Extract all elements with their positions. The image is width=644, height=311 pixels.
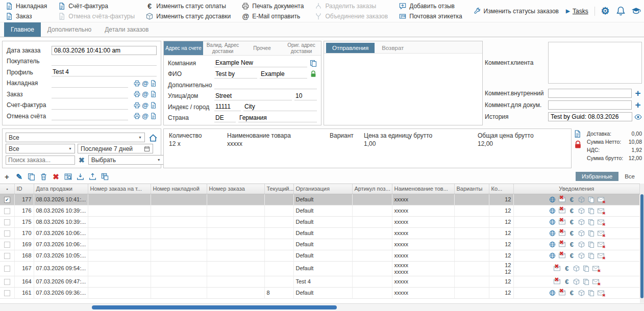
tab-all-orders[interactable]: Все bbox=[618, 172, 641, 181]
table-row[interactable]: 17007.03.2026 10:06:...Defaultxxxxx12✖€✖ bbox=[0, 227, 640, 239]
column-header[interactable]: Номер накладной bbox=[151, 184, 207, 194]
document-icon[interactable] bbox=[574, 130, 581, 138]
tab-shipments[interactable]: Отправления bbox=[326, 43, 375, 53]
printer-icon[interactable] bbox=[134, 102, 140, 109]
toolbar-item[interactable]: @E-Mail отправить bbox=[242, 12, 304, 20]
mail-icon[interactable]: ✖ bbox=[597, 252, 605, 259]
row-checkbox[interactable] bbox=[4, 290, 10, 296]
field-input[interactable] bbox=[52, 112, 128, 120]
vertical-scrollbar-thumb[interactable] bbox=[640, 194, 643, 298]
package-icon[interactable] bbox=[578, 241, 585, 248]
mail-icon[interactable]: ✖ bbox=[592, 278, 600, 285]
edit-order-button[interactable]: ✎ bbox=[15, 173, 23, 180]
package-icon[interactable] bbox=[573, 278, 580, 285]
globe-icon[interactable] bbox=[549, 289, 556, 296]
package-icon[interactable] bbox=[578, 218, 585, 225]
last-name-input[interactable] bbox=[260, 70, 307, 79]
field-input[interactable] bbox=[52, 90, 128, 98]
settings-gear-icon[interactable]: ⚙ bbox=[601, 6, 610, 16]
package-icon[interactable] bbox=[578, 252, 585, 259]
mail-error-icon[interactable]: ✖ bbox=[558, 207, 566, 214]
globe-icon[interactable] bbox=[549, 218, 556, 225]
clear-search-icon[interactable]: ✖ bbox=[79, 156, 85, 164]
toolbar-item[interactable]: €Изменить статус оплаты bbox=[146, 2, 231, 10]
toolbar-item[interactable]: Печать документа bbox=[242, 2, 304, 10]
row-checkbox[interactable] bbox=[4, 242, 10, 248]
column-header[interactable]: Организация bbox=[293, 184, 352, 194]
package-icon[interactable] bbox=[578, 207, 585, 214]
copy-icon[interactable] bbox=[587, 229, 595, 237]
package-icon[interactable] bbox=[578, 196, 585, 203]
row-checkbox[interactable] bbox=[4, 230, 10, 237]
euro-icon[interactable]: € bbox=[568, 218, 576, 225]
scope-select[interactable]: Все▼ bbox=[6, 133, 145, 142]
status-select[interactable]: Все▼ bbox=[6, 144, 75, 153]
mail-error-icon[interactable]: ✖ bbox=[553, 278, 561, 285]
column-header[interactable]: Текущий... bbox=[264, 184, 293, 194]
package-icon[interactable] bbox=[573, 265, 580, 272]
copy-company-icon[interactable] bbox=[310, 60, 317, 67]
globe-icon[interactable] bbox=[549, 229, 556, 237]
euro-icon[interactable]: € bbox=[568, 229, 576, 237]
row-checkbox[interactable] bbox=[4, 266, 10, 272]
order-search-input[interactable] bbox=[6, 156, 75, 165]
tab-returns[interactable]: Возврат bbox=[376, 43, 410, 53]
table-row[interactable]: ✔17708.03.2026 10:41:...Defaultxxxxx12✖€… bbox=[0, 194, 640, 205]
first-name-input[interactable] bbox=[214, 70, 257, 79]
package-icon[interactable] bbox=[578, 289, 585, 296]
field-input[interactable] bbox=[52, 79, 128, 88]
select-all-icon[interactable]: ▪ bbox=[6, 187, 8, 192]
zip-input[interactable] bbox=[214, 102, 241, 111]
mail-error-icon[interactable]: ✖ bbox=[558, 252, 566, 259]
doc-icon[interactable] bbox=[150, 80, 157, 87]
import-button[interactable] bbox=[77, 173, 84, 180]
copy-table-button[interactable] bbox=[101, 173, 109, 180]
column-header[interactable]: Номер заказа bbox=[207, 184, 264, 194]
export-button[interactable] bbox=[89, 173, 96, 180]
mail-icon[interactable]: ✖ bbox=[597, 289, 605, 296]
euro-icon[interactable]: € bbox=[568, 241, 576, 248]
at-icon[interactable]: @ bbox=[142, 91, 148, 97]
table-row[interactable]: 17608.03.2026 10:39:...Defaultxxxxx12✖€✖ bbox=[0, 205, 640, 216]
country-code-input[interactable] bbox=[214, 114, 236, 122]
globe-icon[interactable] bbox=[549, 252, 556, 259]
toolbar-item[interactable]: Накладная bbox=[6, 2, 47, 10]
street-input[interactable] bbox=[214, 92, 292, 100]
mail-icon[interactable]: ✖ bbox=[597, 196, 605, 203]
tasks-button[interactable]: ▶ Tasks bbox=[564, 7, 595, 16]
at-icon[interactable]: @ bbox=[142, 80, 148, 87]
mail-icon[interactable]: ✖ bbox=[592, 265, 600, 272]
table-row[interactable]: 16807.03.2026 10:05:...Defaultxxxxx12✖€✖ bbox=[0, 250, 640, 261]
address-tab[interactable]: Валид. Адрес доставки bbox=[203, 41, 242, 55]
additional-input[interactable] bbox=[214, 81, 317, 89]
client-comment-textarea[interactable] bbox=[548, 42, 642, 84]
euro-icon[interactable]: € bbox=[568, 289, 576, 296]
euro-icon[interactable]: € bbox=[563, 278, 571, 285]
cancel-order-button[interactable]: ✖ bbox=[52, 173, 60, 180]
add-internal-comment-button[interactable]: + bbox=[634, 89, 642, 97]
euro-icon[interactable]: € bbox=[563, 265, 571, 272]
globe-icon[interactable] bbox=[549, 207, 556, 214]
row-checkbox[interactable] bbox=[4, 279, 10, 285]
address-tab[interactable]: Адрес на счете bbox=[164, 41, 203, 55]
add-document-comment-button[interactable]: + bbox=[634, 101, 642, 109]
company-input[interactable] bbox=[214, 59, 307, 67]
toolbar-item[interactable]: Заказ bbox=[6, 12, 47, 20]
add-order-button[interactable]: + bbox=[3, 173, 11, 180]
country-input[interactable] bbox=[238, 114, 317, 122]
doc-icon[interactable] bbox=[150, 102, 157, 109]
euro-icon[interactable]: € bbox=[568, 252, 576, 259]
row-checkbox[interactable]: ✔ bbox=[4, 197, 10, 203]
document-comment-input[interactable] bbox=[548, 100, 632, 110]
mail-error-icon[interactable]: ✖ bbox=[558, 229, 566, 237]
euro-icon[interactable]: € bbox=[568, 207, 576, 214]
copy-icon[interactable] bbox=[587, 218, 595, 225]
mail-icon[interactable]: ✖ bbox=[597, 241, 605, 248]
field-input[interactable] bbox=[52, 46, 157, 55]
horizontal-scrollbar-thumb[interactable] bbox=[92, 305, 337, 309]
package-icon[interactable] bbox=[578, 229, 585, 237]
column-header[interactable]: Дата продажи bbox=[34, 184, 88, 194]
mail-error-icon[interactable]: ✖ bbox=[558, 289, 566, 296]
mail-icon[interactable]: ✖ bbox=[597, 218, 605, 225]
tab-order-details[interactable]: Детали заказов bbox=[98, 22, 155, 37]
